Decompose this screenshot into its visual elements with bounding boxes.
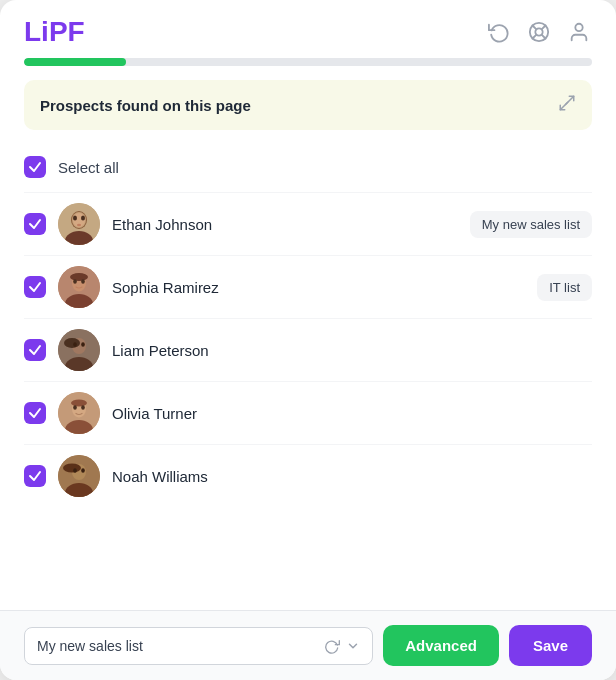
- prospect-row: Liam Peterson: [24, 318, 592, 381]
- svg-point-14: [73, 216, 77, 221]
- prospect-name-3: Liam Peterson: [112, 342, 592, 359]
- prospect-name-2: Sophia Ramirez: [112, 279, 525, 296]
- svg-line-2: [533, 26, 537, 30]
- prospect-checkbox-5[interactable]: [24, 465, 46, 487]
- svg-point-26: [64, 338, 80, 348]
- prospect-row: Ethan Johnson My new sales list: [24, 192, 592, 255]
- refresh-icon: [324, 638, 340, 654]
- prospect-checkbox-1[interactable]: [24, 213, 46, 235]
- svg-line-8: [560, 102, 568, 110]
- app-logo: LiPF: [24, 16, 85, 48]
- app-container: LiPF: [0, 0, 616, 680]
- prospect-name-1: Ethan Johnson: [112, 216, 458, 233]
- header-icons: [486, 19, 592, 45]
- list-dropdown[interactable]: My new sales list: [24, 627, 373, 665]
- svg-point-15: [81, 216, 85, 221]
- prospects-list: Select all Ethan Johnson My n: [0, 140, 616, 610]
- avatar-5: [58, 455, 100, 497]
- svg-line-3: [542, 35, 546, 39]
- svg-point-40: [81, 468, 85, 472]
- prospect-checkbox-2[interactable]: [24, 276, 46, 298]
- prospect-name-5: Noah Williams: [112, 468, 592, 485]
- prospect-row: Olivia Turner: [24, 381, 592, 444]
- svg-point-6: [575, 24, 582, 31]
- svg-point-21: [73, 279, 77, 283]
- prospect-row: Sophia Ramirez IT list: [24, 255, 592, 318]
- footer: My new sales list Advanced Save: [0, 610, 616, 680]
- banner-arrow-icon: [558, 94, 576, 116]
- header: LiPF: [0, 0, 616, 58]
- avatar-2: [58, 266, 100, 308]
- avatar-1: [58, 203, 100, 245]
- svg-point-34: [81, 405, 85, 409]
- prospect-checkbox-4[interactable]: [24, 402, 46, 424]
- prospect-row: Noah Williams: [24, 444, 592, 507]
- svg-point-32: [71, 400, 87, 407]
- svg-point-39: [73, 468, 77, 472]
- dropdown-icons: [324, 638, 360, 654]
- prospect-badge-1[interactable]: My new sales list: [470, 211, 592, 238]
- avatar-3: [58, 329, 100, 371]
- svg-point-16: [77, 224, 81, 226]
- save-button[interactable]: Save: [509, 625, 592, 666]
- svg-point-27: [73, 342, 77, 346]
- history-icon[interactable]: [486, 19, 512, 45]
- advanced-button[interactable]: Advanced: [383, 625, 499, 666]
- select-all-label: Select all: [58, 159, 119, 176]
- progress-bar: [24, 58, 592, 66]
- prospect-badge-2[interactable]: IT list: [537, 274, 592, 301]
- profile-icon[interactable]: [566, 19, 592, 45]
- chevron-down-icon: [346, 639, 360, 653]
- banner-text: Prospects found on this page: [40, 97, 251, 114]
- select-all-checkbox[interactable]: [24, 156, 46, 178]
- dropdown-value: My new sales list: [37, 638, 316, 654]
- svg-line-4: [542, 26, 546, 30]
- svg-point-22: [81, 279, 85, 283]
- progress-bar-fill: [24, 58, 126, 66]
- svg-line-5: [533, 35, 537, 39]
- prospects-banner: Prospects found on this page: [24, 80, 592, 130]
- svg-point-28: [81, 342, 85, 346]
- prospect-checkbox-3[interactable]: [24, 339, 46, 361]
- select-all-row: Select all: [24, 148, 592, 192]
- svg-point-38: [63, 464, 81, 473]
- avatar-4: [58, 392, 100, 434]
- svg-point-33: [73, 405, 77, 409]
- prospect-name-4: Olivia Turner: [112, 405, 592, 422]
- svg-point-20: [70, 273, 88, 281]
- support-icon[interactable]: [526, 19, 552, 45]
